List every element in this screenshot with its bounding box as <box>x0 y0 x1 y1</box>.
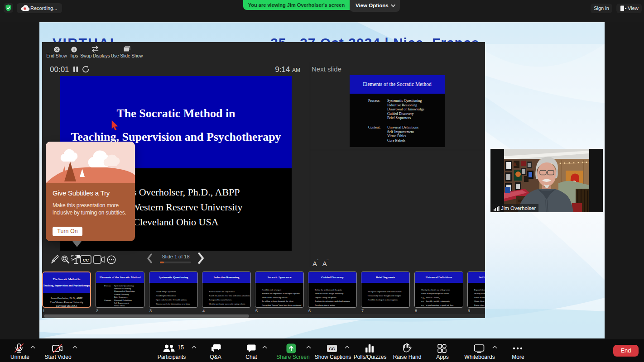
svg-text:CC: CC <box>329 347 335 351</box>
svg-text:CC: CC <box>83 257 89 262</box>
